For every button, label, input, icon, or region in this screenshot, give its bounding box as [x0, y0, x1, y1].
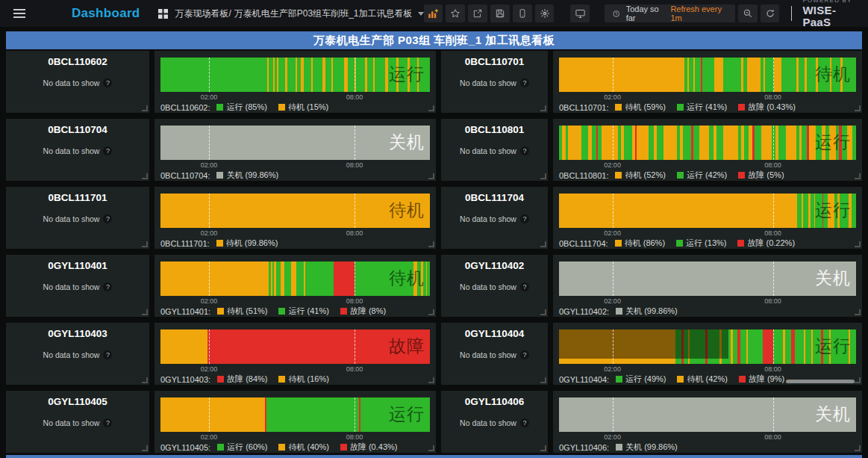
help-icon[interactable]: ?: [103, 78, 112, 87]
legend-item[interactable]: 运行 (42%): [677, 170, 727, 181]
time-gridline: [613, 397, 613, 432]
status-timeline-bar[interactable]: 关机: [160, 126, 430, 160]
legend-label: 待机 (15%): [288, 102, 328, 113]
status-timeline-bar[interactable]: 运行: [559, 194, 856, 228]
legend-label: 待机 (59%): [625, 102, 665, 113]
status-timeline-bar[interactable]: 待机: [160, 194, 430, 228]
help-icon[interactable]: ?: [520, 418, 529, 427]
legend-label: 运行 (49%): [625, 374, 666, 385]
no-data-text: No data to show: [43, 282, 100, 291]
add-panel-icon: [428, 8, 439, 19]
legend-item[interactable]: 故障 (8%): [340, 306, 386, 317]
legend-item[interactable]: 待机 (16%): [278, 374, 328, 385]
status-timeline-bar[interactable]: 故障: [160, 329, 430, 364]
app-logo[interactable]: Dashboard: [72, 6, 140, 21]
help-icon[interactable]: ?: [103, 282, 112, 291]
status-timeline-bar[interactable]: 运行: [160, 397, 430, 432]
status-timeline-bar[interactable]: 运行: [559, 126, 856, 160]
tv-mode-button[interactable]: [570, 4, 590, 22]
status-timeline-bar[interactable]: 待机: [160, 262, 430, 296]
share-button[interactable]: [468, 4, 487, 22]
help-icon[interactable]: ?: [520, 214, 529, 223]
time-axis: 02:0008:00: [559, 160, 856, 170]
legend-item[interactable]: 故障 (5%): [738, 170, 784, 181]
machine-id: 0GYL110403: [6, 323, 149, 339]
breadcrumb-dashboard[interactable]: 万泰机电生产部P03组车削班_1加工讯息看板: [234, 7, 413, 20]
timeline-segment: [664, 126, 677, 160]
machine-timeline-panel: 运行02:0008:000BCL110801:待机 (52%)运行 (42%)故…: [553, 119, 862, 181]
time-gridline: [613, 194, 613, 228]
legend-swatch: [217, 444, 224, 451]
legend-item[interactable]: 运行 (85%): [216, 102, 266, 113]
legend-item[interactable]: 待机 (40%): [278, 442, 328, 453]
legend-item[interactable]: 故障 (9%): [739, 374, 784, 385]
timeline-segment: [356, 58, 365, 92]
machine-timeline-panel: 关机02:0008:000BCL110704:关机 (99.86%): [154, 119, 436, 181]
help-icon[interactable]: ?: [103, 146, 112, 155]
horizontal-scrollbar-thumb[interactable]: [786, 380, 855, 383]
time-axis: 02:0008:00: [559, 432, 856, 442]
legend-item[interactable]: 待机 (15%): [278, 102, 328, 113]
legend-item[interactable]: 关机 (99.86%): [616, 306, 678, 317]
help-icon[interactable]: ?: [103, 350, 112, 359]
legend-machine-id: 0GYL110405:: [160, 443, 210, 452]
dashboard-grid-icon[interactable]: [158, 9, 168, 19]
legend-item[interactable]: 运行 (60%): [217, 442, 267, 453]
settings-button[interactable]: [535, 4, 555, 22]
mobile-view-button[interactable]: [513, 4, 532, 22]
legend-item[interactable]: 故障 (0.43%): [340, 442, 398, 453]
time-range-picker[interactable]: Today so far Refresh every 1m: [605, 4, 735, 22]
axis-tick-label: 02:00: [201, 161, 218, 169]
legend-label: 运行 (85%): [226, 102, 266, 113]
legend-item[interactable]: 运行 (13%): [676, 238, 726, 249]
help-icon[interactable]: ?: [103, 214, 112, 223]
legend-item[interactable]: 待机 (52%): [615, 170, 665, 181]
timeline-segments: [559, 397, 856, 432]
legend-item[interactable]: 运行 (41%): [677, 102, 727, 113]
star-button[interactable]: [446, 4, 465, 22]
refresh-button[interactable]: [761, 4, 780, 22]
status-timeline-bar[interactable]: 运行: [160, 58, 430, 92]
zoom-out-button[interactable]: [738, 4, 758, 22]
current-status-label: 关机: [389, 134, 425, 151]
timeline-segment: [852, 194, 856, 228]
status-timeline-bar[interactable]: 关机: [559, 397, 856, 432]
legend-label: 故障 (9%): [749, 374, 784, 385]
add-panel-button[interactable]: [424, 4, 443, 22]
help-icon[interactable]: ?: [520, 282, 529, 291]
legend-item[interactable]: 运行 (49%): [616, 374, 666, 385]
legend-item[interactable]: 关机 (99.86%): [616, 442, 678, 453]
breadcrumb-folder[interactable]: 万泰现场看板/: [175, 7, 231, 20]
timeline-segment: [334, 262, 354, 296]
legend-item[interactable]: 故障 (0.22%): [737, 238, 795, 249]
legend-item[interactable]: 运行 (41%): [278, 306, 328, 317]
legend-item[interactable]: 待机 (99.86%): [216, 238, 278, 249]
status-timeline-bar[interactable]: 待机: [559, 58, 856, 92]
legend-item[interactable]: 待机 (42%): [677, 374, 727, 385]
legend-item[interactable]: 关机 (99.86%): [216, 170, 278, 181]
timeline-segment: [304, 58, 311, 92]
help-icon[interactable]: ?: [520, 350, 529, 359]
legend-machine-id: 0BCL110701:: [559, 103, 608, 112]
legend-item[interactable]: 待机 (51%): [217, 306, 267, 317]
timeline-segment: [559, 58, 684, 92]
machine-id: 0GYL110401: [6, 255, 149, 271]
no-data-text: No data to show: [460, 214, 516, 223]
breadcrumb[interactable]: 万泰现场看板/ 万泰机电生产部P03组车削班_1加工讯息看板: [175, 7, 424, 20]
save-button[interactable]: [490, 4, 510, 22]
menu-icon[interactable]: [13, 9, 25, 18]
legend-item[interactable]: 待机 (86%): [615, 238, 665, 249]
timeline-segment: [160, 58, 267, 92]
help-icon[interactable]: ?: [103, 418, 112, 427]
no-data-message: No data to show?: [6, 146, 149, 155]
axis-tick-label: 08:00: [346, 365, 363, 373]
help-icon[interactable]: ?: [520, 78, 529, 87]
legend-item[interactable]: 待机 (59%): [615, 102, 665, 113]
page-title: 万泰机电生产部 P03组 车削班_1 加工讯息看板: [313, 34, 555, 48]
status-timeline-bar[interactable]: 运行: [559, 329, 856, 364]
legend-item[interactable]: 故障 (0.43%): [738, 102, 796, 113]
status-timeline-bar[interactable]: 关机: [559, 262, 856, 296]
help-icon[interactable]: ?: [520, 146, 529, 155]
current-status-label: 故障: [389, 338, 425, 355]
legend-item[interactable]: 故障 (84%): [217, 374, 267, 385]
